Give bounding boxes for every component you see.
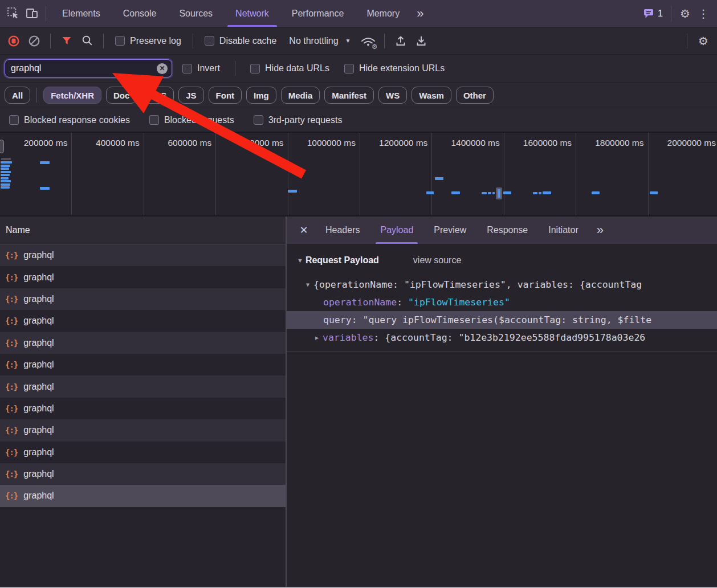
detail-tab-payload[interactable]: Payload [370, 217, 423, 244]
payload-query-row-selected[interactable]: query "query ipFlowTimeseries($accountTa… [287, 311, 717, 329]
type-filter-font[interactable]: Font [209, 87, 242, 104]
overview-scroll-handle[interactable] [0, 140, 4, 153]
fetch-xhr-icon: {:} [5, 491, 18, 500]
console-messages-indicator[interactable]: 1 [639, 8, 666, 19]
type-filter-manifest[interactable]: Manifest [324, 87, 374, 104]
blocked-requests-toggle[interactable]: Blocked requests [145, 115, 239, 125]
overview-column: 1000000 ms [288, 133, 360, 215]
request-row[interactable]: {:}graphql [0, 332, 286, 354]
export-har-icon[interactable] [412, 32, 430, 50]
type-filter-all[interactable]: All [5, 87, 30, 104]
invert-checkbox[interactable] [182, 64, 192, 74]
blocked-response-cookies-checkbox[interactable] [9, 115, 19, 125]
disable-cache-checkbox[interactable] [205, 36, 214, 46]
overview-request-mark [650, 191, 658, 194]
tab-sources[interactable]: Sources [168, 0, 224, 27]
request-row[interactable]: {:}graphql [0, 442, 286, 463]
type-filter-fetch-xhr[interactable]: Fetch/XHR [43, 87, 101, 104]
request-row[interactable]: {:}graphql [0, 354, 286, 375]
type-filter-img[interactable]: Img [246, 87, 276, 104]
request-row[interactable]: {:}graphql [0, 244, 286, 266]
blocked-requests-checkbox[interactable] [149, 115, 159, 125]
overview-request-mark [1, 168, 9, 170]
request-row[interactable]: {:}graphql [0, 485, 286, 507]
detail-tab-initiator[interactable]: Initiator [538, 217, 588, 244]
detail-tab-strip: HeadersPayloadPreviewResponseInitiator [315, 217, 589, 244]
type-filter-js[interactable]: JS [178, 87, 203, 104]
tab-performance[interactable]: Performance [280, 0, 356, 27]
request-row[interactable]: {:}graphql [0, 288, 286, 310]
close-icon[interactable]: ✕ [292, 217, 315, 244]
network-conditions-icon[interactable]: ⚙ [359, 32, 377, 50]
invert-toggle[interactable]: Invert [178, 63, 225, 74]
type-filter-media[interactable]: Media [281, 87, 320, 104]
overview-request-mark [435, 177, 443, 180]
3rd-party-requests-checkbox[interactable] [254, 115, 263, 125]
more-detail-tabs-icon[interactable]: » [589, 217, 612, 244]
request-row[interactable]: {:}graphql [0, 398, 286, 419]
type-filter-doc[interactable]: Doc [106, 87, 137, 104]
payload-root-row[interactable]: ▼ {operationName: "ipFlowTimeseries", va… [287, 276, 717, 293]
hide-data-urls-checkbox[interactable] [250, 64, 260, 74]
overview-tick-label: 1200000 ms [379, 138, 427, 148]
clear-network-log-icon[interactable] [25, 32, 43, 50]
request-name: graphql [23, 425, 54, 435]
network-settings-gear-icon[interactable]: ⚙ [694, 32, 712, 50]
more-tabs-icon[interactable]: » [411, 6, 429, 21]
hide-extension-urls-checkbox[interactable] [344, 64, 354, 74]
throttling-select[interactable]: No throttling ▼ [283, 36, 356, 46]
type-filter-other[interactable]: Other [456, 87, 494, 104]
blocked-response-cookies-toggle[interactable]: Blocked response cookies [5, 115, 135, 125]
request-row[interactable]: {:}graphql [0, 419, 286, 441]
request-row[interactable]: {:}graphql [0, 375, 286, 397]
overview-column: 1200000 ms [360, 133, 432, 215]
preserve-log-toggle[interactable]: Preserve log [111, 36, 186, 46]
name-column-header[interactable]: Name [0, 217, 286, 244]
import-har-icon[interactable] [392, 32, 410, 50]
preserve-log-checkbox[interactable] [115, 36, 125, 46]
expand-triangle-icon[interactable]: ▶ [315, 334, 319, 341]
request-name: graphql [23, 360, 54, 370]
device-toolbar-icon[interactable] [23, 5, 41, 23]
collapse-triangle-icon[interactable]: ▼ [297, 257, 303, 264]
filter-input[interactable] [11, 63, 157, 74]
payload-variables-row[interactable]: ▶ variables {accountTag: "b12e3b2192ee55… [287, 329, 717, 346]
payload-operation-row[interactable]: operationName "ipFlowTimeseries" [287, 293, 717, 311]
divider [671, 6, 671, 21]
network-overview-timeline[interactable]: 200000 ms400000 ms600000 ms800000 ms1000… [0, 133, 717, 217]
clear-filter-icon[interactable]: ✕ [157, 63, 168, 74]
type-filter-wasm[interactable]: Wasm [412, 87, 451, 104]
type-filter-ws[interactable]: WS [378, 87, 407, 104]
tab-console[interactable]: Console [112, 0, 168, 27]
3rd-party-requests-toggle[interactable]: 3rd-party requests [249, 115, 347, 125]
overview-column: 1600000 ms [504, 133, 576, 215]
request-row[interactable]: {:}graphql [0, 266, 286, 288]
overview-request-mark [492, 192, 495, 194]
collapse-triangle-icon[interactable]: ▼ [306, 281, 309, 288]
overview-request-mark [1, 165, 10, 167]
request-row[interactable]: {:}graphql [0, 463, 286, 485]
request-row[interactable]: {:}graphql [0, 310, 286, 332]
detail-tab-response[interactable]: Response [476, 217, 538, 244]
3rd-party-requests-label: 3rd-party requests [268, 115, 343, 125]
inspect-element-icon[interactable] [5, 5, 23, 23]
hide-extension-urls-toggle[interactable]: Hide extension URLs [340, 63, 449, 74]
filter-funnel-icon[interactable] [58, 32, 76, 50]
disable-cache-toggle[interactable]: Disable cache [200, 36, 282, 46]
view-source-link[interactable]: view source [413, 255, 461, 266]
record-network-log-icon[interactable] [5, 32, 23, 50]
search-icon[interactable] [78, 32, 96, 50]
request-name: graphql [23, 316, 54, 326]
detail-tab-preview[interactable]: Preview [423, 217, 476, 244]
hide-data-urls-toggle[interactable]: Hide data URLs [246, 63, 334, 74]
gear-badge-icon: ⚙ [372, 43, 378, 51]
detail-tab-headers[interactable]: Headers [315, 217, 370, 244]
settings-gear-icon[interactable]: ⚙ [676, 5, 694, 23]
tab-memory[interactable]: Memory [355, 0, 411, 27]
type-filter-css[interactable]: CSS [141, 87, 174, 104]
tab-elements[interactable]: Elements [51, 0, 112, 27]
tab-network[interactable]: Network [224, 0, 280, 27]
blocked-response-cookies-label: Blocked response cookies [24, 115, 130, 125]
fetch-xhr-icon: {:} [5, 338, 18, 348]
kebab-menu-icon[interactable]: ⋮ [694, 5, 712, 23]
